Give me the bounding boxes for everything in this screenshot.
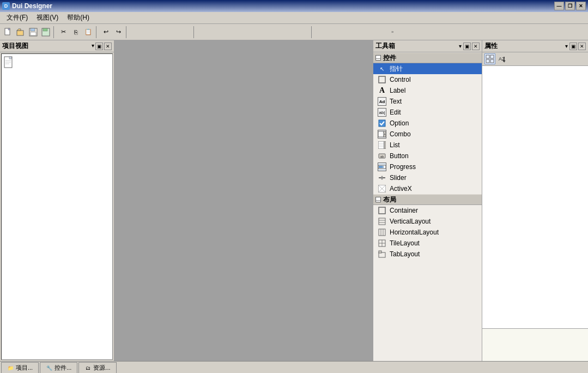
svg-rect-34 (379, 218, 385, 225)
toolbar-save-btn[interactable] (40, 26, 52, 38)
toolbox-item-list[interactable]: List (373, 140, 482, 151)
toolbar-btn-a[interactable] (130, 26, 142, 38)
props-dropdown-arrow[interactable]: ▾ (565, 43, 568, 50)
toolbar: ✂ ⎘ 📋 ↩ ↪ » (0, 24, 588, 40)
toolbar-sep-3 (126, 26, 128, 38)
toolbox-item-button[interactable]: ab Button (373, 151, 482, 161)
toolbar-btn-j[interactable] (247, 26, 259, 38)
svg-text:ab: ab (380, 155, 384, 158)
toolbox-item-label[interactable]: A Label (373, 85, 482, 96)
toolbox-item-horizontallayout[interactable]: HorizontalLayout (373, 227, 482, 238)
svg-rect-33 (379, 207, 385, 214)
pointer-label: 指针 (390, 64, 403, 74)
menu-view[interactable]: 视图(V) (32, 12, 63, 23)
slider-icon (378, 173, 386, 182)
menu-file[interactable]: 文件(F) (2, 12, 32, 23)
toolbar-paste-btn[interactable]: 📋 (82, 26, 94, 38)
props-sort-btn[interactable]: AZ (496, 53, 507, 64)
toolbox-pin-btn[interactable]: ▣ (463, 43, 471, 50)
controls-collapse-btn[interactable]: — (375, 55, 381, 61)
slider-label: Slider (390, 174, 407, 182)
toolbar-undo-btn[interactable]: ↩ (100, 26, 112, 38)
toolbox-title: 工具箱 (375, 41, 395, 51)
project-panel-content (1, 53, 113, 360)
toolbox-item-control[interactable]: Control (373, 74, 482, 85)
svg-rect-14 (378, 131, 384, 137)
toolbox-content: — 控件 ↖ 指针 Control A Label A (373, 52, 482, 361)
toolbar-btn-g[interactable] (210, 26, 222, 38)
props-grid-view-btn[interactable] (484, 53, 495, 64)
list-label: List (390, 141, 400, 149)
toolbox-item-edit[interactable]: ab| Edit (373, 107, 482, 118)
controls-section-header: — 控件 (373, 52, 482, 63)
toolbox-item-progress[interactable]: Progress (373, 161, 482, 172)
horizontallayout-label: HorizontalLayout (390, 228, 439, 236)
svg-rect-1 (17, 31, 23, 35)
tab-resources-icon: 🗂 (84, 365, 91, 371)
close-button[interactable]: ✕ (576, 2, 586, 10)
toolbox-item-option[interactable]: Option (373, 118, 482, 129)
toolbar-btn-k[interactable] (260, 26, 272, 38)
tab-project-label: 项目... (16, 364, 33, 372)
toolbar-btn-c[interactable] (155, 26, 167, 38)
toolbox-dropdown-arrow[interactable]: ▾ (458, 43, 462, 50)
tablayout-label: TabLayout (390, 250, 420, 258)
restore-button[interactable]: ❐ (565, 2, 575, 10)
toolbox-item-text[interactable]: Ad Text (373, 96, 482, 107)
toolbox-item-verticallayout[interactable]: VerticalLayout (373, 216, 482, 227)
tab-resources[interactable]: 🗂 资源... (78, 362, 116, 373)
properties-controls: ▾ ▣ ✕ (565, 43, 586, 50)
toolbar-btn-e[interactable] (180, 26, 192, 38)
tab-controls[interactable]: 🔧 控件... (40, 362, 77, 373)
svg-rect-27 (382, 166, 384, 168)
toolbar-btn-t[interactable] (378, 26, 390, 38)
toolbar-btn-s[interactable] (365, 26, 377, 38)
toolbar-cut-btn[interactable]: ✂ (57, 26, 69, 38)
container-label: Container (390, 207, 418, 214)
activex-label: ActiveX (390, 185, 412, 192)
tab-project[interactable]: 📁 项目... (1, 362, 39, 373)
toolbar-btn-h[interactable] (222, 26, 234, 38)
toolbar-copy-btn[interactable]: ⎘ (70, 26, 82, 38)
toolbox-item-tilelayout[interactable]: TileLayout (373, 238, 482, 249)
app-icon: D (2, 2, 10, 10)
toolbar-btn-o[interactable] (315, 26, 327, 38)
toolbar-sep-4 (193, 26, 196, 38)
canvas-area[interactable] (114, 40, 373, 361)
toolbar-btn-q[interactable] (340, 26, 352, 38)
toolbar-btn-n[interactable] (298, 26, 310, 38)
properties-panel: 属性 ▾ ▣ ✕ AZ (482, 40, 588, 361)
toolbar-btn-l[interactable] (272, 26, 284, 38)
project-panel-pin[interactable]: ▾ (92, 43, 94, 50)
minimize-button[interactable]: — (554, 2, 564, 10)
toolbox-item-tablayout[interactable]: TabLayout (373, 249, 482, 260)
toolbar-btn-i[interactable] (235, 26, 247, 38)
combo-icon (378, 130, 386, 139)
svg-rect-37 (379, 229, 385, 236)
label-label: Label (390, 87, 405, 94)
toolbar-btn-p[interactable] (328, 26, 340, 38)
toolbar-saveas-btn[interactable] (27, 26, 39, 38)
menu-help[interactable]: 帮助(H) (63, 12, 94, 23)
toolbar-btn-f[interactable] (197, 26, 209, 38)
project-panel-float-btn[interactable]: ▣ (95, 43, 103, 50)
toolbar-redo-btn[interactable]: ↪ (112, 26, 124, 38)
toolbox-close-btn[interactable]: ✕ (472, 43, 480, 50)
toolbar-btn-b[interactable] (142, 26, 154, 38)
toolbox-item-combo[interactable]: Combo (373, 129, 482, 140)
toolbar-btn-r[interactable] (353, 26, 365, 38)
toolbox-item-activex[interactable]: ActiveX (373, 183, 482, 194)
props-close-btn[interactable]: ✕ (578, 43, 586, 50)
toolbar-overflow-arrow[interactable]: » (390, 28, 395, 35)
toolbar-new-btn[interactable] (2, 26, 14, 38)
toolbox-item-container[interactable]: Container (373, 205, 482, 216)
main-area: 项目视图 ▾ ▣ ✕ 工具箱 (0, 40, 588, 361)
toolbar-open-btn[interactable] (15, 26, 27, 38)
project-panel-close-btn[interactable]: ✕ (104, 43, 112, 50)
props-pin-btn[interactable]: ▣ (569, 43, 577, 50)
toolbox-item-slider[interactable]: Slider (373, 172, 482, 183)
layout-collapse-btn[interactable]: — (375, 197, 381, 202)
toolbar-btn-m[interactable] (285, 26, 297, 38)
toolbar-btn-d[interactable] (167, 26, 179, 38)
toolbox-item-pointer[interactable]: ↖ 指针 (373, 63, 482, 74)
